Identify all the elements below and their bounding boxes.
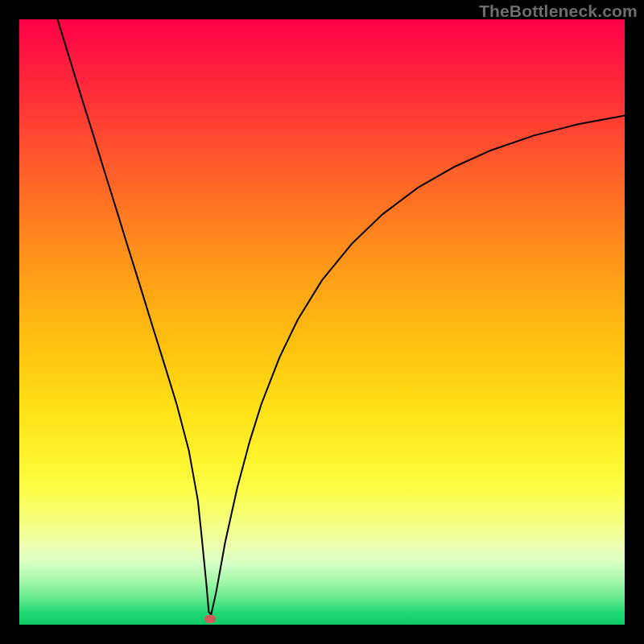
optimal-point-marker xyxy=(204,615,216,623)
bottleneck-curve xyxy=(57,19,625,614)
watermark-text: TheBottleneck.com xyxy=(479,2,638,21)
plot-area xyxy=(19,19,625,625)
chart-frame: TheBottleneck.com xyxy=(0,0,644,644)
curve-layer xyxy=(19,19,625,625)
